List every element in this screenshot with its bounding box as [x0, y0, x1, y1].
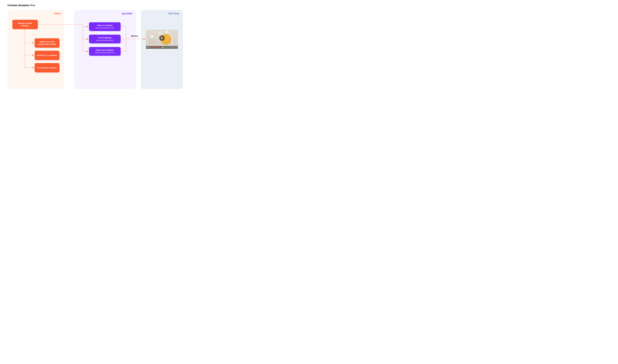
box-video-on-demand: Video on demand video.mycustomdomain.com	[89, 22, 120, 31]
play-icon	[159, 35, 165, 41]
box-sub: embed.mycustomdomain.com	[95, 52, 115, 54]
box-label: Provide TLS certificate	[37, 54, 57, 57]
video-controls	[146, 46, 178, 49]
box-label: Video on demand	[97, 24, 113, 26]
decor-stick	[172, 37, 173, 46]
box-sub: video.mycustomdomain.com	[95, 27, 114, 29]
diagram-canvas: Client api.video End User	[7, 10, 183, 91]
panel-enduser-label: End User	[168, 12, 180, 15]
delivery-label: Delivery	[131, 35, 138, 37]
control-icon	[173, 47, 175, 48]
box-label: Request custom domains	[14, 22, 36, 27]
panel-client-label: Client	[54, 12, 61, 15]
title-bold: Custom domains	[7, 4, 29, 7]
video-player-mock	[146, 30, 178, 49]
diagram-title: Custom domains flow	[7, 4, 611, 7]
title-light: flow	[29, 4, 35, 7]
decor-lines	[148, 39, 155, 44]
box-live-streaming: Live streaming live.mycustomdomain.com	[89, 35, 120, 43]
decor-bubble	[165, 30, 168, 34]
box-update-dns: Update your DNS records with CNAME	[35, 38, 59, 48]
box-label: Update your DNS records with CNAME	[37, 40, 57, 45]
decor-lamp	[151, 35, 153, 38]
panel-api-label: api.video	[122, 12, 132, 15]
control-icon	[176, 47, 177, 48]
panel-enduser: End User	[141, 10, 183, 89]
box-sub: live.mycustomdomain.com	[96, 39, 114, 41]
control-icon	[148, 47, 149, 48]
box-label: Player and analytics	[96, 49, 114, 51]
box-request-custom-domains: Request custom domains	[12, 20, 38, 29]
box-provide-domains: Provide your domains	[35, 63, 59, 72]
decor-bubble	[158, 31, 162, 35]
control-icon	[147, 47, 148, 48]
control-icon	[169, 47, 170, 48]
progress-bar	[150, 47, 168, 48]
progress-knob	[162, 47, 163, 48]
box-provide-tls: Provide TLS certificate	[35, 51, 59, 60]
box-label: Provide your domains	[37, 66, 57, 69]
progress-fill	[150, 47, 163, 48]
box-player-analytics: Player and analytics embed.mycustomdomai…	[89, 47, 120, 56]
box-label: Live streaming	[98, 37, 111, 39]
control-icon	[171, 47, 173, 48]
